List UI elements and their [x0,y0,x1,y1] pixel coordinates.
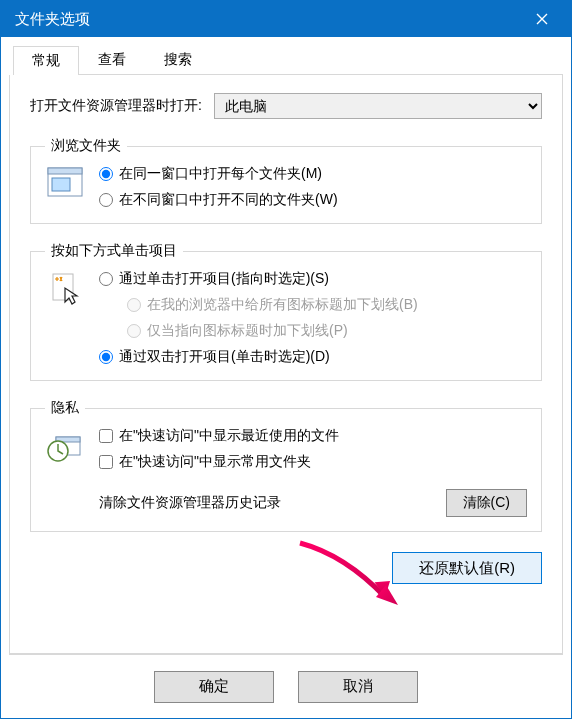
open-with-row: 打开文件资源管理器时打开: 此电脑 [30,93,542,119]
radio-double-click[interactable]: 通过双击打开项目(单击时选定)(D) [99,348,527,366]
clear-history-label: 清除文件资源管理器历史记录 [99,494,434,512]
client-area: 常规 查看 搜索 打开文件资源管理器时打开: 此电脑 浏览文件夹 [1,37,571,718]
cancel-button[interactable]: 取消 [298,671,418,703]
close-icon [536,13,548,25]
tab-search[interactable]: 搜索 [145,45,211,74]
open-with-select[interactable]: 此电脑 [214,93,542,119]
privacy-clock-icon [45,427,85,517]
titlebar: 文件夹选项 [1,1,571,37]
radio-underline-point: 仅当指向图标标题时加下划线(P) [127,322,527,340]
check-recent-files[interactable]: 在"快速访问"中显示最近使用的文件 [99,427,527,445]
close-button[interactable] [521,1,563,37]
window-title: 文件夹选项 [15,10,521,29]
tab-body: 打开文件资源管理器时打开: 此电脑 浏览文件夹 在同一窗口中打开每个文件夹(M) [9,75,563,654]
radio-single-click[interactable]: 通过单击打开项目(指向时选定)(S) [99,270,527,288]
click-fieldset: 按如下方式单击项目 通过单击打开项目(指向时选定)(S) 在我的浏览器中给所有图… [30,242,542,381]
browse-fieldset: 浏览文件夹 在同一窗口中打开每个文件夹(M) 在不同窗口中打开不同的文件夹(W) [30,137,542,224]
folder-options-dialog: 文件夹选项 常规 查看 搜索 打开文件资源管理器时打开: 此电脑 浏览文件夹 [0,0,572,719]
svg-rect-2 [52,178,70,191]
svg-rect-1 [48,168,82,174]
tabstrip: 常规 查看 搜索 [13,45,563,75]
tab-view[interactable]: 查看 [79,45,145,74]
radio-underline-all: 在我的浏览器中给所有图标标题加下划线(B) [127,296,527,314]
tab-general[interactable]: 常规 [13,46,79,75]
privacy-fieldset: 隐私 在"快速访问"中显示最近使用的文件 在"快速访问"中显示常用文件夹 [30,399,542,532]
dialog-footer: 确定 取消 [9,654,563,718]
check-frequent-folders[interactable]: 在"快速访问"中显示常用文件夹 [99,453,527,471]
browse-legend: 浏览文件夹 [45,137,127,155]
click-cursor-icon [45,270,85,366]
radio-same-window[interactable]: 在同一窗口中打开每个文件夹(M) [99,165,527,183]
clear-button[interactable]: 清除(C) [446,489,527,517]
open-with-label: 打开文件资源管理器时打开: [30,97,202,115]
browse-folder-icon [45,165,85,209]
restore-defaults-button[interactable]: 还原默认值(R) [392,552,542,584]
ok-button[interactable]: 确定 [154,671,274,703]
click-legend: 按如下方式单击项目 [45,242,183,260]
privacy-legend: 隐私 [45,399,85,417]
radio-new-window[interactable]: 在不同窗口中打开不同的文件夹(W) [99,191,527,209]
